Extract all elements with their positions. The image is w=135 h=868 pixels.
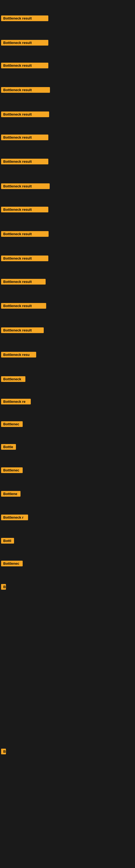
bottleneck-bar: Bottleneck result [1, 40, 48, 45]
bottleneck-bar-row: Bottleneck result [1, 63, 48, 69]
bottleneck-bar-row: Bottleneck result [1, 159, 48, 165]
bottleneck-bar: Bottleneck result [1, 328, 44, 333]
bottleneck-bar: Bottleneck resu [1, 352, 36, 358]
bottleneck-bar: Bottleneck r [1, 515, 28, 520]
bottleneck-bar: Bottleneck result [1, 16, 48, 21]
bottleneck-bar-row: Bottleneck result [1, 87, 50, 94]
bottleneck-bar: Bottleneck result [1, 279, 46, 284]
bottleneck-bar-row: Bottle [1, 444, 16, 451]
bottleneck-bar: Bottleneck result [1, 63, 48, 68]
bottleneck-bar-row: Bottleneck result [1, 328, 44, 334]
bars-container: Bottleneck resultBottleneck resultBottle… [0, 0, 135, 868]
bottleneck-bar-row: Bottleneck re [1, 399, 31, 405]
bottleneck-bar: Bottleneck result [1, 112, 49, 117]
bottleneck-bar: Bottleneck result [1, 303, 46, 309]
bottleneck-bar-row: Bottleneck result [1, 134, 48, 141]
bottleneck-bar-row: Bottlene [1, 491, 20, 498]
bottleneck-bar-row: Bottleneck result [1, 255, 48, 262]
bottleneck-bar-row: Bottl [1, 538, 14, 545]
bottleneck-bar: Bottlenec [1, 467, 23, 473]
bottleneck-bar-row: Bottlenec [1, 421, 23, 428]
page-container: Bottleneck resultBottleneck resultBottle… [0, 0, 135, 868]
bottleneck-bar-row: Bottleneck result [1, 112, 49, 118]
bottleneck-bar-row: Bottleneck result [1, 207, 48, 214]
bottleneck-bar: Bottl [1, 538, 14, 544]
bottleneck-bar-row: Bottleneck result [1, 303, 46, 310]
bottleneck-bar-row: Bottleneck resu [1, 352, 36, 359]
bottleneck-bar: Bottleneck result [1, 231, 49, 237]
bottleneck-bar-row: Bottleneck r [1, 515, 28, 521]
bottleneck-bar: Bottleneck [1, 376, 26, 382]
bottleneck-bar-row: Bottleneck result [1, 279, 46, 286]
bottleneck-bar-row: Bottleneck result [1, 231, 49, 238]
bottleneck-bar: Bottleneck result [1, 207, 48, 212]
bottleneck-bar: Bottle [1, 444, 16, 450]
bottleneck-bar-row: Bottleneck result [1, 40, 48, 46]
bottleneck-bar-row: Bottleneck result [1, 16, 48, 22]
bottleneck-bar-row: Bottleneck [1, 376, 26, 383]
bottleneck-bar: Bottleneck result [1, 87, 50, 93]
bottleneck-bar-row: Bottleneck result [1, 183, 50, 190]
bottleneck-bar: Bottlenec [1, 561, 23, 566]
bottleneck-bar: Bottleneck result [1, 134, 48, 140]
bottleneck-bar: Bottleneck result [1, 183, 50, 189]
bottleneck-bar: Bottleneck re [1, 399, 31, 404]
bottleneck-bar: B [1, 584, 6, 590]
bottleneck-bar-row: Bottlenec [1, 467, 23, 474]
bottleneck-bar: Bottlene [1, 491, 20, 497]
bottleneck-bar: Bottlenec [1, 421, 23, 427]
bottleneck-bar: Bottleneck result [1, 159, 48, 164]
bottleneck-bar-row: B [1, 749, 6, 755]
bottleneck-bar-row: Bottlenec [1, 561, 23, 567]
bottleneck-bar-row: B [1, 584, 6, 591]
bottleneck-bar: B [1, 749, 6, 754]
bottleneck-bar: Bottleneck result [1, 255, 48, 261]
